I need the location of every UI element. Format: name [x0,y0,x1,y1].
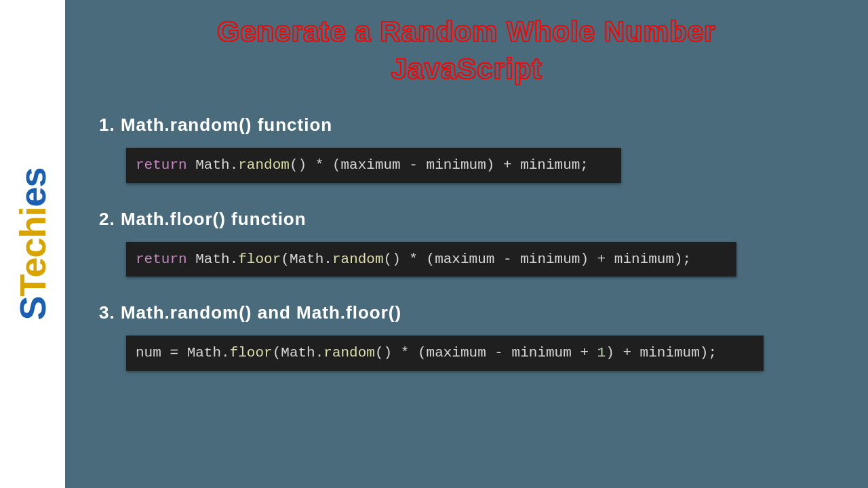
code-token [187,157,196,173]
code-token: 1 [597,345,606,361]
logo-letter: ech [12,217,53,278]
code-token: . [221,345,230,361]
code-token: Math [290,251,323,267]
code-token: . [315,345,324,361]
code-token: Math [195,251,229,267]
sidebar: STechies [0,0,65,488]
code-token: floor [230,345,273,361]
code-block: return Math.random() * (maximum - minimu… [126,148,621,183]
section-heading: 3. Math.random() and Math.floor() [99,302,834,323]
code-token: Math [187,345,221,361]
code-block: return Math.floor(Math.random() * (maxim… [126,242,736,277]
code-token: random [332,251,384,267]
logo-letter: S [12,297,53,321]
page-title: Generate a Random Whole Number JavaScrip… [99,14,834,87]
code-token: Math [281,345,315,361]
code-token: ( [281,251,290,267]
code-token: random [323,345,375,361]
code-token: Math [195,157,229,173]
code-token: () * (maximum - minimum + [375,345,597,361]
code-token: return [136,157,187,173]
sections-container: 1. Math.random() functionreturn Math.ran… [99,115,834,371]
section-heading: 2. Math.floor() function [99,209,834,230]
code-token [187,251,196,267]
section-heading: 1. Math.random() function [99,115,834,136]
section: 3. Math.random() and Math.floor()num = M… [99,302,834,371]
code-token: floor [238,251,281,267]
code-block: num = Math.floor(Math.random() * (maximu… [126,336,764,371]
section: 1. Math.random() functionreturn Math.ran… [99,115,834,183]
title-line-2: JavaScript [391,53,542,85]
code-token: num = [136,345,187,361]
code-token: . [323,251,332,267]
code-token: . [230,251,239,267]
logo: STechies [12,167,54,320]
logo-letter: T [12,278,53,297]
code-token: () * (maximum - minimum) + minimum; [290,157,589,173]
logo-letter: es [12,167,53,207]
main-slide: Generate a Random Whole Number JavaScrip… [65,0,868,488]
section: 2. Math.floor() functionreturn Math.floo… [99,209,834,277]
code-token: () * (maximum - minimum) + minimum); [384,251,692,267]
code-token: return [136,251,187,267]
title-line-1: Generate a Random Whole Number [218,16,716,47]
code-token: ) + minimum); [606,345,717,361]
code-token: ( [273,345,281,361]
logo-letter: i [12,207,53,216]
code-token: random [238,157,290,173]
code-token: . [230,157,239,173]
